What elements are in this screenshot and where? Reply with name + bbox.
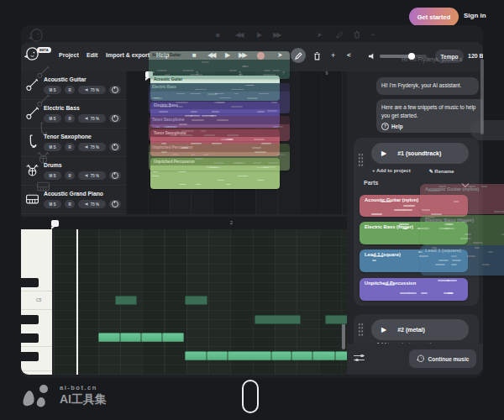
mini-note: [212, 143, 222, 144]
midi-note[interactable]: [291, 351, 312, 360]
knob-icon: [112, 201, 118, 207]
midi-note[interactable]: [335, 351, 347, 360]
tempo-value[interactable]: 120 BPM: [468, 53, 483, 59]
play-button[interactable]: ▶: [225, 51, 228, 59]
pan-knob-button[interactable]: [109, 171, 121, 180]
midi-note[interactable]: [312, 351, 335, 360]
record-arm-button[interactable]: R: [65, 114, 75, 123]
continue-music-button[interactable]: Continue music: [409, 349, 476, 368]
stop-button[interactable]: ■: [192, 51, 195, 59]
midi-note[interactable]: [207, 351, 228, 360]
midi-note[interactable]: [185, 351, 207, 360]
midi-note[interactable]: [98, 333, 120, 342]
collapse-tool-button[interactable]: <: [347, 51, 351, 59]
beta-badge: BETA: [37, 47, 51, 53]
piano-roll-ruler[interactable]: 2: [21, 217, 347, 229]
trash-button[interactable]: [313, 52, 321, 60]
play-icon: ▶: [257, 31, 262, 39]
pan-knob-button[interactable]: [109, 86, 121, 94]
record-arm-button[interactable]: R: [65, 143, 75, 151]
settings-sliders-icon[interactable]: [354, 354, 365, 362]
black-key[interactable]: [21, 333, 39, 343]
snippet-1-play-pill[interactable]: ▶ #1 (soundtrack): [371, 143, 469, 164]
help-link[interactable]: ? Help: [381, 123, 481, 131]
record-button[interactable]: [257, 52, 265, 60]
menu-edit[interactable]: Edit: [87, 52, 97, 58]
track-row-acoustic-grand-piano[interactable]: Acoustic Grand PianoM SR75 %: [21, 186, 126, 214]
black-key[interactable]: [21, 315, 39, 324]
rename-button[interactable]: ✎ Rename: [429, 168, 454, 174]
midi-note[interactable]: [271, 351, 291, 360]
midi-note[interactable]: [228, 351, 271, 360]
mini-note: [261, 143, 271, 144]
get-started-button[interactable]: Get started: [409, 8, 459, 26]
fast-forward-button[interactable]: ▶▶: [239, 51, 245, 59]
assistant-intro-bubble: Here are a few snippets of music to help…: [376, 99, 483, 133]
drag-handle[interactable]: [358, 153, 364, 166]
part-chip-lead-1--square-[interactable]: Lead 1 (square): [360, 249, 468, 272]
drag-handle[interactable]: [358, 323, 364, 336]
volume-slider-knob[interactable]: [408, 53, 415, 60]
record-arm-button[interactable]: R: [65, 200, 75, 208]
rename-label: Rename: [434, 169, 454, 174]
knob-icon: [112, 87, 118, 93]
cursor-tool-button[interactable]: ➤: [277, 51, 283, 59]
mini-note: [399, 223, 409, 225]
part-chip-unpitched-percussion[interactable]: Unpitched Percussion: [360, 278, 468, 301]
black-key[interactable]: [21, 352, 39, 361]
black-key[interactable]: [21, 278, 39, 287]
menu-help[interactable]: Help: [156, 52, 169, 58]
pan-knob-button[interactable]: [109, 143, 121, 151]
track-volume-pill[interactable]: 75 %: [78, 143, 106, 151]
pan-knob-button[interactable]: [109, 114, 121, 123]
pan-knob-button[interactable]: [109, 200, 121, 208]
chevron-down-icon[interactable]: [463, 181, 469, 186]
piano-keyboard[interactable]: C5C4: [21, 229, 52, 375]
mini-note: [403, 205, 416, 207]
track-volume-pill[interactable]: 75 %: [78, 86, 106, 94]
midi-note[interactable]: [185, 296, 207, 305]
mini-note: [178, 171, 187, 173]
continue-music-label: Continue music: [428, 356, 470, 362]
clip-electric-bass[interactable]: Electric Bass: [150, 102, 280, 128]
mini-note: [421, 292, 427, 294]
sign-in-button[interactable]: Sign in: [464, 12, 486, 19]
part-chip-acoustic-guitar--nylon-[interactable]: Acoustic Guitar (nylon): [360, 195, 468, 217]
menu-import-export[interactable]: Import & export: [106, 52, 150, 58]
midi-note[interactable]: [325, 315, 347, 324]
midi-note[interactable]: [115, 296, 137, 305]
track-volume-pill[interactable]: 75 %: [78, 200, 106, 208]
record-arm-button[interactable]: R: [65, 171, 75, 180]
menu-project[interactable]: Project: [59, 52, 79, 58]
mini-note: [452, 260, 461, 261]
track-volume-pill[interactable]: 75 %: [78, 114, 106, 123]
clip-acoustic-guitar[interactable]: Acoustic Guitar: [150, 76, 280, 101]
midi-note[interactable]: [141, 333, 162, 342]
piano-roll-grid[interactable]: [54, 229, 347, 375]
clip-tenor-saxophone[interactable]: Tenor Saxophone: [150, 129, 280, 156]
add-to-project-button[interactable]: + Add to project: [372, 168, 411, 174]
bar-number: 2: [230, 220, 233, 225]
arrangement-timeline[interactable]: 3579Acoustic GuitarElectric BassTenor Sa…: [126, 71, 347, 214]
midi-note[interactable]: [255, 315, 301, 324]
midi-note[interactable]: [120, 333, 141, 342]
track-volume-pill[interactable]: 75 %: [78, 171, 106, 180]
snippet-2-play-pill[interactable]: ▶ #2 (metal): [371, 319, 469, 340]
clip-unpitched-percussion[interactable]: Unpitched Percussion: [150, 158, 280, 189]
record-arm-button[interactable]: R: [65, 86, 75, 94]
part-chip-electric-bass--finger-[interactable]: Electric Bass (finger): [360, 222, 468, 244]
knob-icon: [112, 172, 118, 179]
volume-icon[interactable]: [368, 52, 375, 60]
snippet-2-title: #2 (metal): [397, 327, 425, 333]
plus-icon: +: [371, 31, 375, 39]
volume-slider[interactable]: [380, 55, 427, 58]
mute-solo-buttons[interactable]: M S: [44, 200, 61, 208]
piano-roll-scrollbar[interactable]: [342, 322, 345, 349]
piano-roll-playhead-marker[interactable]: [51, 220, 59, 227]
tempo-button[interactable]: Tempo: [435, 50, 464, 63]
pencil-tool-button[interactable]: [291, 48, 306, 63]
midi-note[interactable]: [162, 333, 184, 342]
add-track-button[interactable]: +: [331, 51, 335, 60]
rewind-button[interactable]: ◀◀: [207, 51, 214, 59]
speaker-icon: [85, 144, 89, 150]
